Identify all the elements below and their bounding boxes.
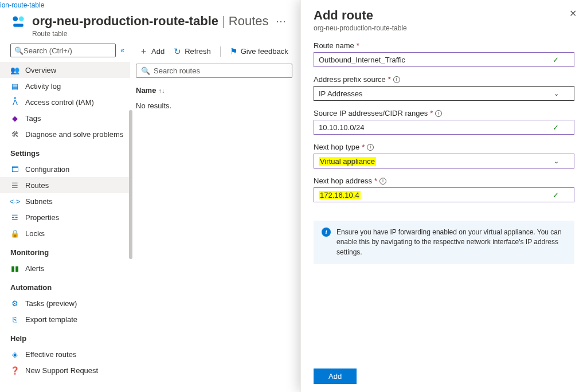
no-results-text: No results. xyxy=(136,98,292,113)
sidebar-section-monitoring: Monitoring xyxy=(0,241,130,260)
cidr-input[interactable]: 10.10.10.0/24✓ xyxy=(314,120,574,135)
close-panel-button[interactable]: ✕ xyxy=(569,8,577,19)
panel-title: Add route xyxy=(314,8,574,23)
check-icon: ✓ xyxy=(553,56,559,64)
sidebar-item-configuration[interactable]: 🗔Configuration xyxy=(0,161,130,177)
page-subtitle: Route table xyxy=(32,30,289,38)
info-icon[interactable]: i xyxy=(367,144,374,151)
svg-point-0 xyxy=(13,16,18,21)
sidebar-item-tasks[interactable]: ⚙Tasks (preview) xyxy=(0,295,130,311)
search-icon: 🔍 xyxy=(14,46,24,55)
tag-icon: ◆ xyxy=(10,113,19,123)
diagnose-icon: 🛠 xyxy=(10,130,19,139)
more-button[interactable]: ⋯ xyxy=(272,15,289,28)
refresh-icon: ↻ xyxy=(174,46,181,57)
svg-rect-2 xyxy=(13,24,24,27)
cidr-label: Source IP addresses/CIDR ranges * i xyxy=(314,109,574,117)
next-hop-type-label: Next hop type * i xyxy=(314,143,574,151)
sidebar-item-locks[interactable]: 🔒Locks xyxy=(0,225,130,241)
info-box: i Ensure you have IP forwarding enabled … xyxy=(314,221,574,264)
export-icon: ⎘ xyxy=(10,315,19,324)
add-route-panel: ✕ Add route org-neu-production-route-tab… xyxy=(300,0,587,392)
route-name-input[interactable]: Outbound_Internet_Traffic✓ xyxy=(314,52,574,67)
sidebar-item-export-template[interactable]: ⎘Export template xyxy=(0,311,130,327)
route-name-label: Route name * xyxy=(314,41,574,50)
check-icon: ✓ xyxy=(553,191,559,199)
sidebar-item-support[interactable]: ❓New Support Request xyxy=(0,362,130,378)
prefix-source-label: Address prefix source * i xyxy=(314,75,574,84)
subnets-icon: <·> xyxy=(10,197,19,206)
add-button[interactable]: ＋Add xyxy=(139,46,165,57)
properties-icon: ☲ xyxy=(10,213,19,222)
alerts-icon: ▮▮ xyxy=(10,264,19,273)
sidebar-section-help: Help xyxy=(0,327,130,346)
config-icon: 🗔 xyxy=(10,164,19,174)
sidebar-item-diagnose[interactable]: 🛠Diagnose and solve problems xyxy=(0,126,130,142)
chevron-down-icon: ⌄ xyxy=(554,90,559,97)
sidebar-item-activity-log[interactable]: ▤Activity log xyxy=(0,78,130,94)
search-icon: 🔍 xyxy=(141,66,150,75)
feedback-icon: ⚑ xyxy=(230,46,237,57)
info-icon[interactable]: i xyxy=(379,178,386,185)
next-hop-address-label: Next hop address * i xyxy=(314,177,574,185)
search-routes-input[interactable]: 🔍 Search routes xyxy=(136,64,292,78)
sidebar-item-routes[interactable]: ☰Routes xyxy=(0,177,130,193)
sidebar-search-input[interactable]: 🔍 Search (Ctrl+/) xyxy=(10,44,116,57)
feedback-button[interactable]: ⚑Give feedback xyxy=(230,46,288,57)
people-icon: 👥 xyxy=(10,65,19,75)
svg-point-1 xyxy=(19,16,24,21)
collapse-sidebar-button[interactable]: « xyxy=(120,46,124,54)
effective-routes-icon: ◈ xyxy=(10,350,19,359)
routes-icon: ☰ xyxy=(10,181,19,190)
route-table-icon xyxy=(10,14,26,30)
log-icon: ▤ xyxy=(10,81,19,91)
sidebar-item-subnets[interactable]: <·>Subnets xyxy=(0,193,130,209)
next-hop-address-input[interactable]: 172.16.10.4✓ xyxy=(314,187,574,202)
panel-add-button[interactable]: Add xyxy=(314,369,357,384)
sidebar-section-automation: Automation xyxy=(0,276,130,295)
sidebar-item-effective-routes[interactable]: ◈Effective routes xyxy=(0,346,130,362)
sidebar-item-properties[interactable]: ☲Properties xyxy=(0,209,130,225)
tasks-icon: ⚙ xyxy=(10,299,19,308)
plus-icon: ＋ xyxy=(139,46,148,57)
check-icon: ✓ xyxy=(553,123,559,132)
prefix-source-select[interactable]: IP Addresses⌄ xyxy=(314,86,574,101)
info-icon: i xyxy=(322,228,331,237)
info-icon[interactable]: i xyxy=(435,110,442,117)
sidebar-item-tags[interactable]: ◆Tags xyxy=(0,110,130,126)
page-section: Routes xyxy=(229,14,269,29)
chevron-down-icon: ⌄ xyxy=(554,158,559,165)
sidebar-item-iam[interactable]: ᐰAccess control (IAM) xyxy=(0,94,130,110)
support-icon: ❓ xyxy=(10,366,19,375)
panel-subtitle: org-neu-production-route-table xyxy=(314,24,574,32)
sidebar-item-alerts[interactable]: ▮▮Alerts xyxy=(0,260,130,276)
next-hop-type-select[interactable]: Virtual appliance⌄ xyxy=(314,154,574,168)
refresh-button[interactable]: ↻Refresh xyxy=(174,46,211,57)
sidebar-item-overview[interactable]: 👥Overview xyxy=(0,62,130,78)
sidebar-scrollbar[interactable] xyxy=(129,110,132,259)
info-icon[interactable]: i xyxy=(393,76,400,83)
page-title: org-neu-production-route-table xyxy=(32,14,218,29)
column-header-name[interactable]: Name↑↓ xyxy=(136,83,292,98)
lock-icon: 🔒 xyxy=(10,229,19,238)
breadcrumb-link[interactable]: ion-route-table xyxy=(0,1,44,9)
iam-icon: ᐰ xyxy=(10,97,19,107)
sidebar-section-settings: Settings xyxy=(0,142,130,161)
sort-icon: ↑↓ xyxy=(158,87,165,94)
